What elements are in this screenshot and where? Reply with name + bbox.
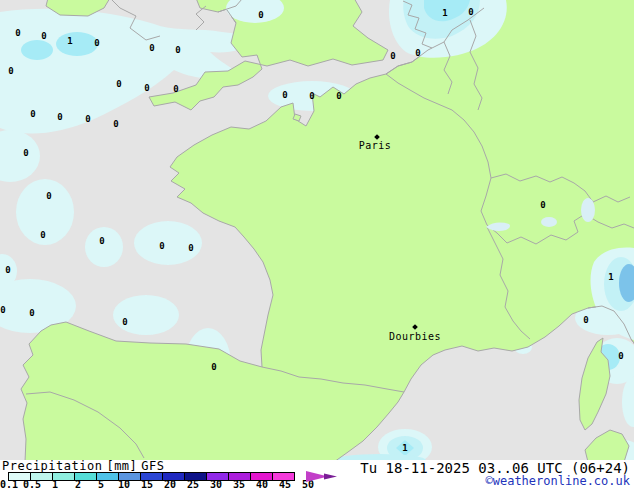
colorbar-tick-label: 5 (98, 480, 104, 490)
colorbar-tick-label: 25 (187, 480, 199, 490)
colorbar-tick-label: 45 (279, 480, 291, 490)
colorbar-tick-label: 30 (210, 480, 222, 490)
forecast-datetime: Tu 18-11-2025 03..06 UTC (06+24) (360, 461, 630, 475)
legend-title: Precipitation[mm]GFS (2, 460, 165, 472)
precipitation-map (0, 0, 634, 460)
colorbar-tick-label: 1 (52, 480, 58, 490)
colorbar-tick-label: 35 (233, 480, 245, 490)
copyright: ©weatheronline.co.uk (486, 475, 631, 487)
legend-unit: [mm] (106, 459, 137, 473)
colorbar-tick-label: 20 (164, 480, 176, 490)
colorbar-tick-label: 2 (75, 480, 81, 490)
colorbar-tick-label: 0.1 (0, 480, 18, 490)
legend-model: GFS (141, 459, 164, 473)
colorbar-tick-label: 15 (141, 480, 153, 490)
colorbar-tick-label: 10 (118, 480, 130, 490)
colorbar-overflow-arrow (306, 471, 338, 482)
colorbar-tick-label: 0.5 (23, 480, 41, 490)
legend-title-text: Precipitation (2, 459, 102, 473)
colorbar-tick-label: 40 (256, 480, 268, 490)
legend-bar: Precipitation[mm]GFS 0.10.51251015202530… (0, 460, 634, 490)
weather-map-screen: 00100000010000000000000000000010000001Pa… (0, 0, 634, 490)
